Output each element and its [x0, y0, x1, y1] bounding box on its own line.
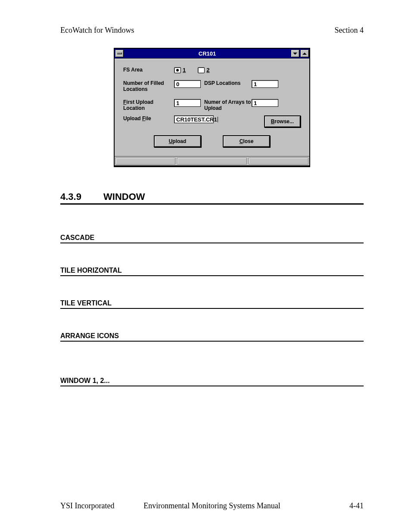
page-header: EcoWatch for Windows Section 4 — [60, 26, 364, 35]
system-menu-icon — [117, 53, 122, 54]
label-upload-file: Upload File — [123, 115, 174, 121]
radio-fs-area-1[interactable]: 1 — [174, 67, 186, 73]
row-filled-dsp: Number of Filled Locations 0 DSP Locatio… — [123, 80, 301, 92]
minimize-icon — [293, 53, 297, 55]
input-num-arrays[interactable]: 1 — [252, 99, 278, 107]
label-dsp-locations: DSP Locations — [204, 80, 252, 86]
input-filled-locations[interactable]: 0 — [174, 80, 201, 88]
radio-1-label: 1 — [183, 67, 186, 73]
system-menu-button[interactable] — [115, 50, 124, 57]
subheading-cascade: CASCADE — [60, 234, 364, 243]
page-footer: YSI Incorporated Environmental Monitorin… — [60, 501, 364, 510]
section-number: 4.3.9 — [60, 191, 103, 202]
dialog-button-row: Upload Close — [123, 135, 301, 147]
section-title: WINDOW — [103, 191, 145, 202]
footer-middle: Environmental Monitoring Systems Manual — [60, 501, 364, 510]
input-dsp-locations[interactable]: 1 — [252, 80, 278, 88]
window-title: CR101 — [124, 50, 290, 57]
title-bar: CR101 — [115, 49, 309, 59]
maximize-button[interactable] — [300, 50, 309, 57]
status-pane — [115, 158, 175, 165]
subheading-tile-vertical: TILE VERTICAL — [60, 299, 364, 309]
radio-fs-area-2[interactable]: 2 — [198, 67, 209, 73]
subheading-tile-horizontal: TILE HORIZONTAL — [60, 267, 364, 276]
status-pane — [177, 158, 247, 165]
browse-button[interactable]: Browse... — [264, 115, 301, 128]
upload-button[interactable]: Upload — [154, 135, 201, 147]
status-pane — [249, 158, 308, 165]
minimize-button[interactable] — [291, 50, 299, 57]
row-first-upload: First Upload Location 1 Numer of Arrays … — [123, 99, 301, 111]
row-upload-file: Upload File CR10TEST.CR1 Browse... — [123, 115, 301, 128]
maximize-icon — [302, 53, 307, 55]
header-right: Section 4 — [335, 26, 364, 35]
row-fs-area: FS Area 1 2 — [123, 67, 301, 73]
label-first-upload: First Upload Location — [123, 99, 174, 111]
input-upload-file[interactable]: CR10TEST.CR1 — [174, 115, 214, 123]
label-filled-locations: Number of Filled Locations — [123, 80, 174, 92]
dialog-window: CR101 FS Area 1 2 — [114, 48, 310, 166]
dialog-figure: CR101 FS Area 1 2 — [60, 48, 364, 166]
subheading-window-1-2: WINDOW 1, 2... — [60, 377, 364, 386]
radio-icon — [174, 67, 181, 73]
status-bar — [115, 156, 309, 165]
section-heading: 4.3.9WINDOW — [60, 191, 364, 205]
input-first-upload[interactable]: 1 — [174, 99, 201, 107]
label-fs-area: FS Area — [123, 67, 174, 73]
header-left: EcoWatch for Windows — [60, 26, 134, 35]
radio-icon — [198, 67, 205, 73]
close-button[interactable]: Close — [223, 135, 270, 147]
label-num-arrays: Numer of Arrays to Upload — [204, 99, 252, 111]
radio-2-label: 2 — [206, 67, 209, 73]
dialog-client-area: FS Area 1 2 Number of Filled L — [115, 59, 309, 156]
subheading-arrange-icons: ARRANGE ICONS — [60, 332, 364, 342]
